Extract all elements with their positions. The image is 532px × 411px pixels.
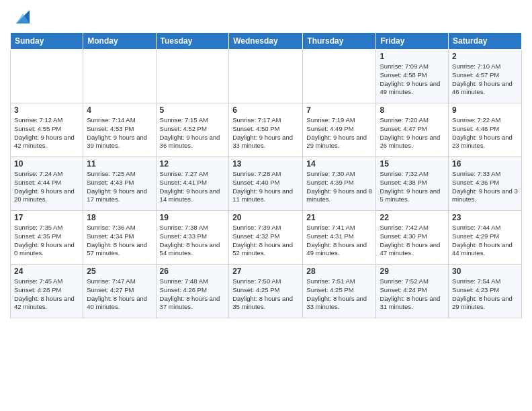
day-number: 9 xyxy=(452,105,518,115)
day-info: Sunrise: 7:10 AM Sunset: 4:57 PM Dayligh… xyxy=(452,62,518,97)
calendar-cell: 19Sunrise: 7:38 AM Sunset: 4:33 PM Dayli… xyxy=(156,211,229,265)
calendar-cell: 27Sunrise: 7:50 AM Sunset: 4:25 PM Dayli… xyxy=(229,265,303,318)
day-info: Sunrise: 7:44 AM Sunset: 4:29 PM Dayligh… xyxy=(452,224,518,258)
day-number: 1 xyxy=(380,52,445,61)
calendar-cell: 10Sunrise: 7:24 AM Sunset: 4:44 PM Dayli… xyxy=(11,157,83,211)
weekday-header-sunday: Sunday xyxy=(11,33,83,50)
calendar-cell: 25Sunrise: 7:47 AM Sunset: 4:27 PM Dayli… xyxy=(83,265,156,318)
day-number: 29 xyxy=(380,267,445,276)
day-number: 3 xyxy=(14,105,79,115)
day-number: 18 xyxy=(87,213,152,222)
calendar-cell: 20Sunrise: 7:39 AM Sunset: 4:32 PM Dayli… xyxy=(229,211,303,265)
calendar-cell: 30Sunrise: 7:54 AM Sunset: 4:23 PM Dayli… xyxy=(449,265,522,318)
calendar-week-5: 24Sunrise: 7:45 AM Sunset: 4:28 PM Dayli… xyxy=(11,265,522,318)
day-number: 17 xyxy=(14,213,79,222)
day-info: Sunrise: 7:24 AM Sunset: 4:44 PM Dayligh… xyxy=(14,170,79,204)
calendar-cell: 5Sunrise: 7:15 AM Sunset: 4:52 PM Daylig… xyxy=(156,103,229,157)
calendar-week-4: 17Sunrise: 7:35 AM Sunset: 4:35 PM Dayli… xyxy=(11,211,522,265)
day-number: 5 xyxy=(160,105,226,115)
day-number: 30 xyxy=(452,267,518,276)
day-number: 11 xyxy=(87,159,152,169)
day-number: 13 xyxy=(232,159,299,169)
day-number: 10 xyxy=(14,159,79,169)
day-info: Sunrise: 7:22 AM Sunset: 4:46 PM Dayligh… xyxy=(452,116,518,150)
calendar-cell: 4Sunrise: 7:14 AM Sunset: 4:53 PM Daylig… xyxy=(83,103,156,157)
calendar-cell: 24Sunrise: 7:45 AM Sunset: 4:28 PM Dayli… xyxy=(11,265,83,318)
calendar-cell: 14Sunrise: 7:30 AM Sunset: 4:39 PM Dayli… xyxy=(303,157,376,211)
header xyxy=(10,7,522,27)
day-info: Sunrise: 7:42 AM Sunset: 4:30 PM Dayligh… xyxy=(380,224,445,258)
calendar-cell: 23Sunrise: 7:44 AM Sunset: 4:29 PM Dayli… xyxy=(449,211,522,265)
weekday-header-thursday: Thursday xyxy=(303,33,376,50)
calendar-table: SundayMondayTuesdayWednesdayThursdayFrid… xyxy=(10,32,522,318)
day-info: Sunrise: 7:48 AM Sunset: 4:26 PM Dayligh… xyxy=(160,277,226,312)
calendar-cell: 12Sunrise: 7:27 AM Sunset: 4:41 PM Dayli… xyxy=(156,157,229,211)
calendar-cell xyxy=(229,50,303,103)
calendar-header-row: SundayMondayTuesdayWednesdayThursdayFrid… xyxy=(11,33,522,50)
calendar-cell: 6Sunrise: 7:17 AM Sunset: 4:50 PM Daylig… xyxy=(229,103,303,157)
calendar-cell: 8Sunrise: 7:20 AM Sunset: 4:47 PM Daylig… xyxy=(376,103,449,157)
day-number: 6 xyxy=(232,105,299,115)
calendar-cell: 21Sunrise: 7:41 AM Sunset: 4:31 PM Dayli… xyxy=(303,211,376,265)
calendar-cell: 13Sunrise: 7:28 AM Sunset: 4:40 PM Dayli… xyxy=(229,157,303,211)
calendar-cell: 26Sunrise: 7:48 AM Sunset: 4:26 PM Dayli… xyxy=(156,265,229,318)
calendar-week-3: 10Sunrise: 7:24 AM Sunset: 4:44 PM Dayli… xyxy=(11,157,522,211)
day-number: 19 xyxy=(160,213,226,222)
calendar-cell: 3Sunrise: 7:12 AM Sunset: 4:55 PM Daylig… xyxy=(11,103,83,157)
day-number: 28 xyxy=(306,267,372,276)
day-number: 4 xyxy=(87,105,152,115)
day-number: 23 xyxy=(452,213,518,222)
day-info: Sunrise: 7:25 AM Sunset: 4:43 PM Dayligh… xyxy=(87,170,152,204)
day-info: Sunrise: 7:45 AM Sunset: 4:28 PM Dayligh… xyxy=(14,277,79,312)
day-number: 27 xyxy=(232,267,299,276)
calendar-cell: 7Sunrise: 7:19 AM Sunset: 4:49 PM Daylig… xyxy=(303,103,376,157)
day-info: Sunrise: 7:51 AM Sunset: 4:25 PM Dayligh… xyxy=(306,277,372,312)
day-number: 22 xyxy=(380,213,445,222)
weekday-header-friday: Friday xyxy=(376,33,449,50)
day-info: Sunrise: 7:14 AM Sunset: 4:53 PM Dayligh… xyxy=(87,116,152,150)
day-info: Sunrise: 7:38 AM Sunset: 4:33 PM Dayligh… xyxy=(160,224,226,258)
page-container: SundayMondayTuesdayWednesdayThursdayFrid… xyxy=(0,0,532,411)
day-info: Sunrise: 7:47 AM Sunset: 4:27 PM Dayligh… xyxy=(87,277,152,312)
logo xyxy=(10,7,33,27)
weekday-header-wednesday: Wednesday xyxy=(229,33,303,50)
day-info: Sunrise: 7:27 AM Sunset: 4:41 PM Dayligh… xyxy=(160,170,226,204)
day-info: Sunrise: 7:41 AM Sunset: 4:31 PM Dayligh… xyxy=(306,224,372,258)
calendar-cell: 11Sunrise: 7:25 AM Sunset: 4:43 PM Dayli… xyxy=(83,157,156,211)
day-info: Sunrise: 7:15 AM Sunset: 4:52 PM Dayligh… xyxy=(160,116,226,150)
day-info: Sunrise: 7:33 AM Sunset: 4:36 PM Dayligh… xyxy=(452,170,518,204)
day-number: 16 xyxy=(452,159,518,169)
day-info: Sunrise: 7:36 AM Sunset: 4:34 PM Dayligh… xyxy=(87,224,152,258)
day-info: Sunrise: 7:35 AM Sunset: 4:35 PM Dayligh… xyxy=(14,224,79,258)
calendar-cell xyxy=(156,50,229,103)
day-number: 14 xyxy=(306,159,372,169)
calendar-cell xyxy=(83,50,156,103)
day-number: 25 xyxy=(87,267,152,276)
calendar-cell: 15Sunrise: 7:32 AM Sunset: 4:38 PM Dayli… xyxy=(376,157,449,211)
day-number: 2 xyxy=(452,52,518,61)
day-number: 26 xyxy=(160,267,226,276)
weekday-header-monday: Monday xyxy=(83,33,156,50)
day-info: Sunrise: 7:54 AM Sunset: 4:23 PM Dayligh… xyxy=(452,277,518,312)
calendar-cell: 18Sunrise: 7:36 AM Sunset: 4:34 PM Dayli… xyxy=(83,211,156,265)
calendar-cell: 29Sunrise: 7:52 AM Sunset: 4:24 PM Dayli… xyxy=(376,265,449,318)
day-number: 15 xyxy=(380,159,445,169)
day-info: Sunrise: 7:30 AM Sunset: 4:39 PM Dayligh… xyxy=(306,170,372,204)
day-info: Sunrise: 7:39 AM Sunset: 4:32 PM Dayligh… xyxy=(232,224,299,258)
day-number: 20 xyxy=(232,213,299,222)
weekday-header-tuesday: Tuesday xyxy=(156,33,229,50)
day-info: Sunrise: 7:19 AM Sunset: 4:49 PM Dayligh… xyxy=(306,116,372,150)
calendar-cell: 1Sunrise: 7:09 AM Sunset: 4:58 PM Daylig… xyxy=(376,50,449,103)
day-info: Sunrise: 7:09 AM Sunset: 4:58 PM Dayligh… xyxy=(380,62,445,97)
day-info: Sunrise: 7:52 AM Sunset: 4:24 PM Dayligh… xyxy=(380,277,445,312)
calendar-cell: 22Sunrise: 7:42 AM Sunset: 4:30 PM Dayli… xyxy=(376,211,449,265)
logo-icon xyxy=(13,7,33,27)
day-info: Sunrise: 7:20 AM Sunset: 4:47 PM Dayligh… xyxy=(380,116,445,150)
day-info: Sunrise: 7:12 AM Sunset: 4:55 PM Dayligh… xyxy=(14,116,79,150)
calendar-cell: 28Sunrise: 7:51 AM Sunset: 4:25 PM Dayli… xyxy=(303,265,376,318)
calendar-cell: 9Sunrise: 7:22 AM Sunset: 4:46 PM Daylig… xyxy=(449,103,522,157)
day-number: 12 xyxy=(160,159,226,169)
day-info: Sunrise: 7:50 AM Sunset: 4:25 PM Dayligh… xyxy=(232,277,299,312)
day-number: 21 xyxy=(306,213,372,222)
calendar-week-2: 3Sunrise: 7:12 AM Sunset: 4:55 PM Daylig… xyxy=(11,103,522,157)
